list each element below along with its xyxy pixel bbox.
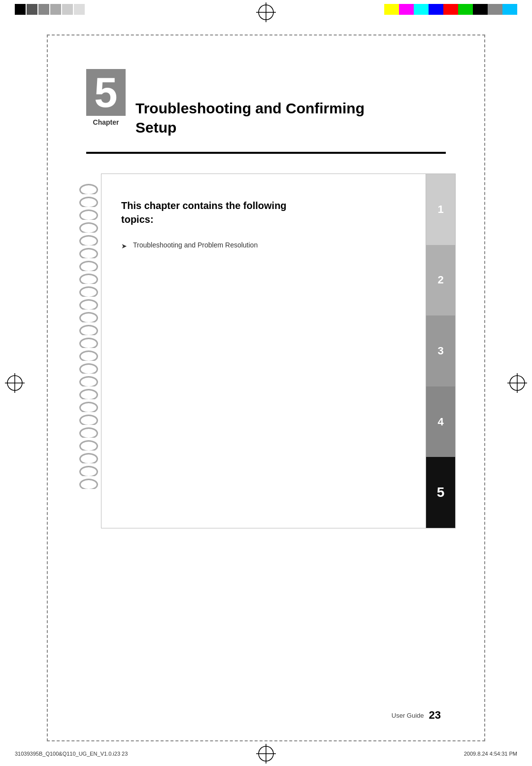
spiral-coil xyxy=(79,197,98,209)
tab-3: 3 xyxy=(426,315,455,386)
tab-number-1: 1 xyxy=(437,203,443,216)
registration-squares xyxy=(15,4,85,15)
notebook-area: This chapter contains the following topi… xyxy=(76,174,456,528)
crosshair-right xyxy=(507,373,527,393)
spiral-coil xyxy=(79,274,98,285)
spiral-coil xyxy=(79,427,98,439)
toc-heading: This chapter contains the following topi… xyxy=(121,199,406,226)
toc-item-text: Troubleshooting and Problem Resolution xyxy=(133,241,258,249)
spiral-coil xyxy=(79,338,98,349)
notebook-content: This chapter contains the following topi… xyxy=(101,174,426,528)
spiral-coil xyxy=(79,299,98,311)
spiral-coil xyxy=(79,209,98,221)
swatch-yellow xyxy=(384,4,399,15)
swatch-red xyxy=(443,4,458,15)
chapter-title: Troubleshooting and Confirming Setup xyxy=(135,99,446,137)
page-footer: User Guide 23 xyxy=(392,709,441,722)
spiral-coil xyxy=(79,248,98,260)
chapter-number-background: 5 xyxy=(86,69,126,116)
spiral-coil xyxy=(79,453,98,465)
spiral-coil xyxy=(79,325,98,337)
spiral-coil xyxy=(79,466,98,478)
tab-number-4: 4 xyxy=(437,416,443,428)
crosshair-bottom xyxy=(256,744,276,764)
tab-number-5: 5 xyxy=(437,485,445,500)
spiral-coil xyxy=(79,376,98,388)
spiral-coil xyxy=(79,440,98,452)
chapter-divider xyxy=(86,152,446,154)
notebook-pages: This chapter contains the following topi… xyxy=(101,174,456,528)
swatch-blue xyxy=(429,4,443,15)
tab-1: 1 xyxy=(426,174,455,245)
spiral-coil xyxy=(79,415,98,426)
reg-sq-gray3 xyxy=(50,4,61,15)
toc-arrow-icon: ➤ xyxy=(121,242,127,250)
tab-2: 2 xyxy=(426,245,455,316)
notebook-tabs: 1 2 3 4 5 xyxy=(426,174,455,528)
chapter-header: 5 Chapter Troubleshooting and Confirming… xyxy=(57,44,475,147)
swatch-green xyxy=(458,4,473,15)
tab-5: 5 xyxy=(426,457,455,528)
bottom-bar: 31039395B_Q100&Q110_UG_EN_V1.0.i23 23 20… xyxy=(0,741,532,766)
spiral-coil xyxy=(79,350,98,362)
swatch-black xyxy=(473,4,488,15)
spiral-binding xyxy=(76,174,101,528)
tab-number-3: 3 xyxy=(437,345,443,357)
swatch-lightblue xyxy=(502,4,517,15)
footer-page-number: 23 xyxy=(429,709,441,722)
tab-4: 4 xyxy=(426,386,455,457)
reg-sq-black xyxy=(15,4,26,15)
spiral-coil xyxy=(79,222,98,234)
spiral-coil xyxy=(79,184,98,196)
page-area: 5 Chapter Troubleshooting and Confirming… xyxy=(57,44,475,734)
chapter-label: Chapter xyxy=(93,118,119,126)
spiral-coil xyxy=(79,479,98,490)
crosshair-left xyxy=(5,373,25,393)
spiral-coil xyxy=(79,389,98,401)
reg-sq-gray2 xyxy=(38,4,49,15)
chapter-title-block: Troubleshooting and Confirming Setup xyxy=(135,69,446,137)
reg-sq-gray4 xyxy=(62,4,73,15)
footer-timestamp: 2009.8.24 4:54:31 PM xyxy=(464,751,517,757)
spiral-coil xyxy=(79,402,98,414)
spiral-coil xyxy=(79,286,98,298)
reg-sq-gray1 xyxy=(27,4,37,15)
spiral-coil xyxy=(79,261,98,273)
footer-doc-info: 31039395B_Q100&Q110_UG_EN_V1.0.i23 23 xyxy=(15,751,128,757)
tab-number-2: 2 xyxy=(437,274,443,286)
color-swatches xyxy=(384,4,517,15)
swatch-cyan xyxy=(414,4,429,15)
spiral-coil xyxy=(79,312,98,324)
spiral-coil xyxy=(79,235,98,247)
toc-item: ➤ Troubleshooting and Problem Resolution xyxy=(121,241,406,250)
swatch-gray xyxy=(488,4,502,15)
chapter-number: 5 xyxy=(94,71,117,113)
swatch-magenta xyxy=(399,4,414,15)
crosshair-top xyxy=(256,2,276,22)
chapter-number-block: 5 Chapter xyxy=(86,69,126,126)
top-registration-bar xyxy=(0,0,532,35)
footer-guide-label: User Guide xyxy=(392,712,424,719)
reg-sq-gray5 xyxy=(74,4,85,15)
spiral-coil xyxy=(79,363,98,375)
